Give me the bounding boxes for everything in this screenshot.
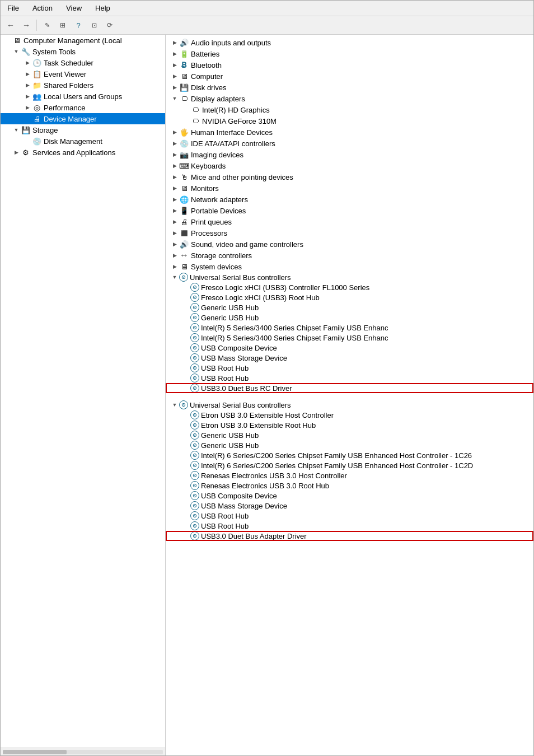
dev-item-imaging[interactable]: 📷 Imaging devices	[166, 149, 533, 160]
tree-item-device-manager[interactable]: 🖨 Device Manager	[1, 113, 165, 124]
dev-item-monitors[interactable]: 🖥 Monitors	[166, 183, 533, 194]
icon-hid: 🖐	[179, 127, 189, 137]
tree-item-services[interactable]: ⚙ Services and Applications	[1, 147, 165, 158]
dev-item-root-hub-3[interactable]: ⊙ USB Root Hub	[166, 511, 533, 521]
dev-item-keyboards[interactable]: ⌨ Keyboards	[166, 160, 533, 171]
back-button[interactable]: ←	[4, 18, 17, 32]
dev-item-mice[interactable]: 🖱 Mice and other pointing devices	[166, 171, 533, 183]
dev-item-fresco-ctrl[interactable]: ⊙ Fresco Logic xHCI (USB3) Controller FL…	[166, 282, 533, 292]
exp-generic-hub-3	[181, 431, 190, 440]
export-button[interactable]: ⊡	[87, 18, 101, 32]
dev-item-usb-ctrl-1[interactable]: ⊙ Universal Serial Bus controllers	[166, 272, 533, 282]
hscroll-thumb	[3, 750, 67, 754]
tree-item-performance[interactable]: ◎ Performance	[1, 102, 165, 113]
icon-device-manager: 🖨	[32, 114, 42, 124]
dev-item-usb30-adapter[interactable]: ⊙ USB3.0 Duet Bus Adapter Driver	[166, 531, 533, 541]
dev-item-etron-root[interactable]: ⊙ Etron USB 3.0 Extensible Root Hub	[166, 420, 533, 430]
dev-item-print[interactable]: 🖨 Print queues	[166, 216, 533, 227]
dev-item-mass-storage-1[interactable]: ⊙ USB Mass Storage Device	[166, 353, 533, 363]
icon-storage-ctrl: ↔	[179, 250, 189, 260]
dev-item-storage-ctrl[interactable]: ↔ Storage controllers	[166, 250, 533, 261]
label-network: Network adapters	[191, 195, 248, 204]
icon-root-hub-4: ⊙	[190, 521, 199, 530]
dev-item-generic-hub-1[interactable]: ⊙ Generic USB Hub	[166, 302, 533, 312]
tree-item-root[interactable]: 🖥 Computer Management (Local	[1, 35, 165, 46]
dev-item-etron-host[interactable]: ⊙ Etron USB 3.0 Extensible Host Controll…	[166, 410, 533, 420]
forward-button[interactable]: →	[20, 18, 33, 32]
dev-item-intel6-1c26[interactable]: ⊙ Intel(R) 6 Series/C200 Series Chipset …	[166, 450, 533, 460]
dev-item-renesas-host[interactable]: ⊙ Renesas Electronics USB 3.0 Host Contr…	[166, 470, 533, 480]
dev-item-computer[interactable]: 🖥 Computer	[166, 71, 533, 82]
dev-item-batteries[interactable]: 🔋 Batteries	[166, 48, 533, 59]
dev-item-root-hub-4[interactable]: ⊙ USB Root Hub	[166, 521, 533, 531]
icon-ide: 💿	[179, 138, 189, 148]
dev-item-sound[interactable]: 🔊 Sound, video and game controllers	[166, 239, 533, 250]
tree-item-storage[interactable]: 💾 Storage	[1, 124, 165, 136]
exp-portable	[170, 206, 179, 215]
dev-item-mass-storage-2[interactable]: ⊙ USB Mass Storage Device	[166, 501, 533, 511]
exp-nvidia	[181, 116, 190, 125]
dev-item-audio[interactable]: 🔊 Audio inputs and outputs	[166, 37, 533, 48]
menu-action[interactable]: Action	[30, 3, 55, 13]
dev-item-composite-2[interactable]: ⊙ USB Composite Device	[166, 491, 533, 501]
dev-item-disk-drives[interactable]: 💾 Disk drives	[166, 82, 533, 93]
toolbar: ← → ✎ ⊞ ? ⊡ ⟳	[1, 16, 533, 35]
tree-item-system-tools[interactable]: 🔧 System Tools	[1, 46, 165, 57]
icon-processors: ⬛	[179, 228, 189, 238]
dev-item-bluetooth[interactable]: Ƀ Bluetooth	[166, 59, 533, 71]
menu-file[interactable]: File	[5, 3, 21, 13]
dev-item-generic-hub-3[interactable]: ⊙ Generic USB Hub	[166, 430, 533, 440]
exp-root-hub-2	[181, 374, 190, 382]
label-root-hub-2: USB Root Hub	[201, 374, 249, 382]
label-generic-hub-4: Generic USB Hub	[201, 441, 259, 450]
exp-imaging	[170, 150, 179, 159]
dev-item-intel5-2[interactable]: ⊙ Intel(R) 5 Series/3400 Series Chipset …	[166, 333, 533, 343]
tree-item-disk-management[interactable]: 💿 Disk Management	[1, 136, 165, 147]
dev-item-hid[interactable]: 🖐 Human Interface Devices	[166, 127, 533, 138]
dev-item-composite-1[interactable]: ⊙ USB Composite Device	[166, 343, 533, 353]
tree-item-event-viewer[interactable]: 📋 Event Viewer	[1, 68, 165, 80]
icon-intel6-1c2d: ⊙	[190, 461, 199, 470]
dev-item-intel-hd[interactable]: 🖵 Intel(R) HD Graphics	[166, 104, 533, 115]
spacer	[166, 393, 533, 400]
dev-item-portable[interactable]: 📱 Portable Devices	[166, 205, 533, 216]
menu-view[interactable]: View	[64, 3, 84, 13]
dev-item-usb-ctrl-2[interactable]: ⊙ Universal Serial Bus controllers	[166, 400, 533, 410]
dev-item-usb30-rc[interactable]: ⊙ USB3.0 Duet Bus RC Driver	[166, 383, 533, 393]
help-button[interactable]: ?	[72, 18, 85, 32]
dev-item-generic-hub-2[interactable]: ⊙ Generic USB Hub	[166, 312, 533, 323]
exp-display-adapters	[170, 94, 179, 103]
tree-item-local-users[interactable]: 👥 Local Users and Groups	[1, 91, 165, 102]
icon-mass-storage-1: ⊙	[190, 353, 199, 362]
dev-item-network[interactable]: 🌐 Network adapters	[166, 194, 533, 205]
tree-item-shared-folders[interactable]: 📁 Shared Folders	[1, 80, 165, 91]
icon-generic-hub-1: ⊙	[190, 303, 199, 312]
label-root-hub-4: USB Root Hub	[201, 522, 249, 530]
dev-item-processors[interactable]: ⬛ Processors	[166, 227, 533, 239]
dev-item-ide[interactable]: 💿 IDE ATA/ATAPI controllers	[166, 138, 533, 149]
refresh-button[interactable]: ⟳	[103, 18, 116, 32]
dev-item-intel6-1c2d[interactable]: ⊙ Intel(R) 6 Series/C200 Series Chipset …	[166, 460, 533, 470]
dev-item-display-adapters[interactable]: 🖵 Display adapters	[166, 93, 533, 104]
label-renesas-host: Renesas Electronics USB 3.0 Host Control…	[201, 472, 347, 480]
icon-performance: ◎	[32, 102, 42, 113]
left-panel-hscrollbar[interactable]	[1, 748, 165, 755]
show-hide-button[interactable]: ✎	[40, 18, 54, 32]
label-sound: Sound, video and game controllers	[191, 240, 303, 249]
icon-usb30-rc: ⊙	[190, 384, 199, 393]
properties-button[interactable]: ⊞	[56, 18, 69, 32]
dev-item-root-hub-2[interactable]: ⊙ USB Root Hub	[166, 373, 533, 383]
label-root-hub-1: USB Root Hub	[201, 364, 249, 372]
label-etron-root: Etron USB 3.0 Extensible Root Hub	[201, 421, 316, 430]
tree-item-task-scheduler[interactable]: 🕒 Task Scheduler	[1, 57, 165, 68]
exp-sound	[170, 240, 179, 249]
menu-help[interactable]: Help	[93, 3, 113, 13]
dev-item-intel5-1[interactable]: ⊙ Intel(R) 5 Series/3400 Series Chipset …	[166, 323, 533, 333]
dev-item-fresco-hub[interactable]: ⊙ Fresco Logic xHCI (USB3) Root Hub	[166, 292, 533, 302]
dev-item-nvidia[interactable]: 🖵 NVIDIA GeForce 310M	[166, 115, 533, 127]
dev-item-system-devices[interactable]: 🖥 System devices	[166, 261, 533, 272]
dev-item-renesas-root[interactable]: ⊙ Renesas Electronics USB 3.0 Root Hub	[166, 480, 533, 491]
dev-item-root-hub-1[interactable]: ⊙ USB Root Hub	[166, 363, 533, 373]
dev-item-generic-hub-4[interactable]: ⊙ Generic USB Hub	[166, 440, 533, 450]
expand-arrow-storage	[12, 125, 21, 134]
